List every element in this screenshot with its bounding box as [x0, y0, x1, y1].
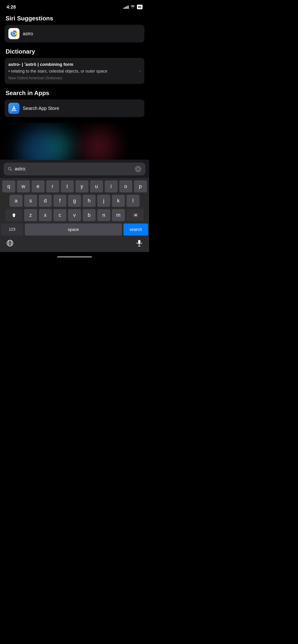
dictionary-source: New Oxford American Dictionary [8, 76, 141, 80]
key-u[interactable]: u [90, 180, 103, 192]
appstore-icon [8, 103, 20, 114]
dictionary-title: Dictionary [5, 48, 144, 55]
shift-key[interactable] [5, 209, 23, 221]
chevron-right-icon: › [139, 68, 141, 74]
status-icons: 95 [123, 5, 143, 9]
key-t[interactable]: t [61, 180, 74, 192]
search-bar[interactable]: astro ✕ [4, 163, 145, 175]
microphone-icon[interactable] [136, 240, 143, 248]
keyboard-row-4: 123 space search [1, 224, 148, 236]
space-key[interactable]: space [25, 224, 122, 236]
key-w[interactable]: w [17, 180, 30, 192]
siri-suggestions-title: Siri Suggestions [5, 15, 144, 22]
chrome-icon [8, 28, 20, 39]
dictionary-headword: astro- | ˈastrō | combining form [8, 62, 141, 67]
key-z[interactable]: z [24, 209, 37, 221]
appstore-search-label: Search App Store [23, 106, 59, 111]
status-time: 4:28 [7, 4, 16, 10]
main-content: Siri Suggestions [0, 12, 149, 117]
key-d[interactable]: d [39, 195, 52, 207]
battery-indicator: 95 [137, 5, 143, 9]
key-m[interactable]: m [112, 209, 125, 221]
svg-line-5 [11, 170, 12, 171]
keyboard-row-1: q w e r t y u i o p [1, 180, 148, 192]
key-x[interactable]: x [39, 209, 52, 221]
home-indicator [0, 252, 149, 262]
key-r[interactable]: r [46, 180, 59, 192]
key-c[interactable]: c [53, 209, 66, 221]
key-v[interactable]: v [68, 209, 81, 221]
siri-suggestion-item[interactable]: astro [5, 25, 144, 42]
search-icon [8, 167, 12, 171]
key-s[interactable]: s [24, 195, 37, 207]
keyboard-row-2: a s d f g h j k l [1, 195, 148, 207]
key-a[interactable]: a [10, 195, 23, 207]
key-b[interactable]: b [83, 209, 96, 221]
delete-key[interactable] [127, 209, 144, 221]
svg-point-2 [13, 32, 15, 35]
key-q[interactable]: q [2, 180, 15, 192]
siri-suggestion-card[interactable]: astro [5, 25, 144, 42]
search-input[interactable]: astro [15, 166, 133, 172]
status-bar: 4:28 95 [0, 0, 149, 12]
keyboard-row-3: z x c v b n m [1, 209, 148, 221]
globe-icon[interactable] [7, 240, 14, 248]
search-bar-container: astro ✕ [0, 160, 149, 178]
key-p[interactable]: p [134, 180, 147, 192]
siri-suggestion-label: astro [23, 31, 33, 36]
key-k[interactable]: k [112, 195, 125, 207]
keyboard: q w e r t y u i o p a s d f g h j k l z … [0, 178, 149, 252]
clear-button[interactable]: ✕ [135, 166, 141, 172]
search-in-apps-title: Search in Apps [5, 90, 144, 97]
key-h[interactable]: h [83, 195, 96, 207]
background-glow [0, 123, 149, 160]
key-o[interactable]: o [119, 180, 132, 192]
signal-icon [123, 5, 129, 9]
key-n[interactable]: n [97, 209, 110, 221]
dictionary-definition: • relating to the stars, celestial objec… [8, 68, 141, 74]
text-cursor [25, 167, 26, 172]
search-in-apps-card[interactable]: Search App Store [5, 100, 144, 117]
key-i[interactable]: i [105, 180, 118, 192]
key-e[interactable]: e [32, 180, 45, 192]
appstore-search-item[interactable]: Search App Store [5, 100, 144, 117]
keyboard-bottom [1, 238, 148, 252]
key-g[interactable]: g [68, 195, 81, 207]
key-j[interactable]: j [97, 195, 110, 207]
key-l[interactable]: l [127, 195, 139, 207]
wifi-icon [130, 5, 135, 9]
key-f[interactable]: f [53, 195, 66, 207]
key-y[interactable]: y [75, 180, 88, 192]
svg-rect-13 [138, 240, 140, 244]
search-key[interactable]: search [123, 224, 148, 236]
numbers-key[interactable]: 123 [1, 224, 23, 236]
dictionary-card[interactable]: astro- | ˈastrō | combining form • relat… [5, 58, 144, 84]
home-bar [57, 256, 92, 258]
